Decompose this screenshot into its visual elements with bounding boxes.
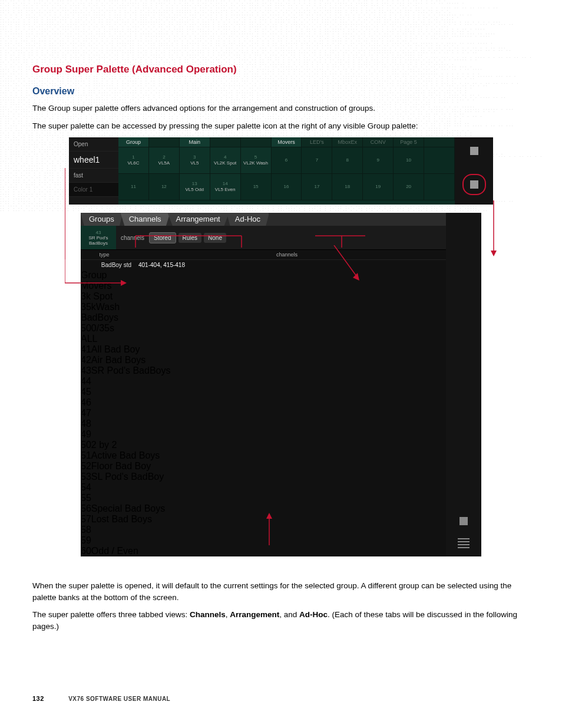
td-channels: 401-404, 415-418 [135, 260, 446, 270]
channels-label: channels [116, 235, 149, 241]
palette-cell[interactable]: 54 [81, 482, 446, 493]
palette-cell[interactable]: 502 by 2 [81, 440, 446, 450]
filter-button[interactable]: None [204, 233, 226, 243]
column-header[interactable]: LED's [302, 137, 332, 147]
column-header[interactable]: Group [81, 270, 446, 281]
tab-arrangement[interactable]: Arrangement [168, 213, 229, 226]
palette-cell[interactable]: 43SR Pod's BadBoys [81, 365, 446, 376]
palette-cell[interactable]: 56Special Bad Boys [81, 503, 446, 514]
filter-button[interactable]: Rules [178, 233, 202, 243]
palette-cell[interactable] [424, 174, 455, 200]
palette-cell[interactable]: 10 [394, 147, 424, 173]
palette-cell[interactable]: 1VL6C [118, 147, 149, 173]
palette-cell[interactable]: 51Active Bad Boys [81, 450, 446, 461]
manual-title: VX76 SOFTWARE USER MANUAL [68, 696, 170, 702]
palette-cell[interactable]: 58 [81, 525, 446, 535]
td-type: BadBoy std [81, 260, 135, 270]
palette-cell[interactable]: 3VL5 [180, 147, 210, 173]
palette-cell[interactable]: 44 [81, 376, 446, 387]
filter-button[interactable]: Stored [149, 232, 176, 243]
section-title: Group Super Palette (Advanced Operation) [32, 64, 530, 75]
tab-ad-hoc[interactable]: Ad-Hoc [227, 213, 269, 226]
column-header[interactable] [210, 137, 241, 147]
screenshot-group-palette: Openwheel1fastColor 1 GroupMainMoversLED… [69, 137, 493, 205]
lines-icon[interactable] [458, 538, 470, 548]
palette-cell[interactable]: 45 [81, 387, 446, 397]
palette-cell[interactable]: 2VL5A [149, 147, 180, 173]
square-icon[interactable] [459, 517, 468, 525]
page-footer: 132 VX76 SOFTWARE USER MANUAL [32, 695, 170, 702]
page-number: 132 [32, 695, 44, 702]
palette-cell[interactable]: 12 [149, 174, 180, 200]
column-header[interactable]: Page 5 [394, 137, 424, 147]
th-type: type [81, 250, 128, 259]
palette-cell[interactable]: 49 [81, 429, 446, 440]
selected-group-cell[interactable]: 43 SR Pod's BadBoys [81, 226, 116, 249]
palette-cell[interactable]: 48 [81, 419, 446, 429]
palette-cell[interactable]: 52Floor Bad Boy [81, 461, 446, 472]
palette-cell[interactable]: 4VL2K Spot [210, 147, 241, 173]
column-header[interactable]: Movers [81, 281, 446, 291]
palette-cell[interactable]: 17 [302, 174, 332, 200]
sidebar-item[interactable]: wheel1 [69, 151, 118, 169]
palette-cell[interactable]: 47 [81, 408, 446, 419]
palette-cell[interactable]: 9 [363, 147, 394, 173]
palette-cell[interactable]: 20 [394, 174, 424, 200]
palette-cell[interactable]: 46 [81, 397, 446, 408]
sidebar-item[interactable]: Open [69, 137, 118, 151]
subheading-overview: Overview [32, 86, 530, 97]
square-icon[interactable] [470, 147, 478, 155]
palette-cell[interactable]: 18 [332, 174, 363, 200]
sidebar-item[interactable]: fast [69, 169, 118, 183]
palette-cell[interactable]: 6 [272, 147, 302, 173]
palette-cell[interactable]: 16 [272, 174, 302, 200]
palette-cell[interactable]: 60Odd / Even [81, 546, 446, 556]
column-header[interactable]: 500/35s [81, 323, 446, 334]
palette-cell[interactable]: 59 [81, 535, 446, 546]
screenshot-super-palette: GroupsChannelsArrangementAd-Hoc 43 SR Po… [81, 213, 481, 556]
column-header[interactable] [241, 137, 272, 147]
palette-cell[interactable]: 7 [302, 147, 332, 173]
sidebar-item[interactable]: Color 1 [69, 183, 118, 197]
column-header[interactable]: 3k Spot [81, 291, 446, 302]
column-header[interactable]: ALL [81, 334, 446, 344]
svg-marker-1 [491, 251, 497, 256]
tab-channels[interactable]: Channels [121, 213, 170, 226]
palette-cell[interactable]: 19 [363, 174, 394, 200]
th-channels: channels [128, 250, 446, 259]
palette-cell[interactable]: 53SL Pod's BadBoy [81, 472, 446, 482]
palette-cell[interactable]: 42Air Bad Boys [81, 355, 446, 365]
column-header[interactable]: Main [180, 137, 210, 147]
column-header[interactable]: BadBoys [81, 312, 446, 323]
column-header[interactable]: 35kWash [81, 302, 446, 312]
paragraph-4: The super palette offers three tabbed vi… [32, 609, 530, 632]
paragraph-1: The Group super palette offers advanced … [32, 103, 530, 114]
palette-cell[interactable]: 8 [332, 147, 363, 173]
column-header[interactable]: Movers [272, 137, 302, 147]
palette-cell[interactable] [424, 147, 455, 173]
palette-cell[interactable]: 15 [241, 174, 272, 200]
palette-cell[interactable]: 5VL2K Wash [241, 147, 272, 173]
palette-cell[interactable]: 41All Bad Boy [81, 344, 446, 355]
column-header[interactable]: MboxEx [332, 137, 363, 147]
palette-cell[interactable]: 55 [81, 493, 446, 503]
palette-cell[interactable]: 11 [118, 174, 149, 200]
column-header[interactable]: Group [118, 137, 149, 147]
column-header[interactable] [424, 137, 455, 147]
column-header[interactable]: CONV [363, 137, 394, 147]
super-palette-icon-circled[interactable] [462, 174, 486, 195]
palette-cell[interactable]: 14VL5 Even [210, 174, 241, 200]
tab-groups[interactable]: Groups [81, 213, 123, 226]
paragraph-2: The super palette can be accessed by pre… [32, 120, 530, 132]
palette-cell[interactable]: 13VL5 Odd [180, 174, 210, 200]
palette-cell[interactable]: 57Lost Bad Boys [81, 514, 446, 525]
column-header[interactable] [149, 137, 180, 147]
paragraph-3: When the super palette is opened, it wil… [32, 580, 530, 603]
